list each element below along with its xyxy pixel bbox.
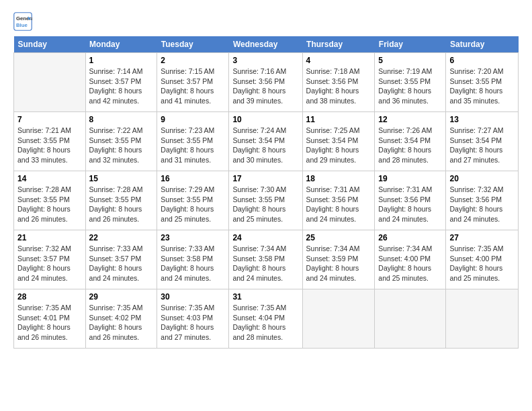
cell-info: Sunrise: 7:35 AMSunset: 4:00 PMDaylight:… xyxy=(449,244,515,283)
day-header-tuesday: Tuesday xyxy=(157,36,229,53)
calendar-cell: 1Sunrise: 7:14 AMSunset: 3:57 PMDaylight… xyxy=(85,53,157,112)
calendar-cell: 27Sunrise: 7:35 AMSunset: 4:00 PMDayligh… xyxy=(446,230,519,289)
calendar-cell: 22Sunrise: 7:33 AMSunset: 3:57 PMDayligh… xyxy=(85,230,157,289)
day-number: 21 xyxy=(17,233,82,242)
cell-info: Sunrise: 7:32 AMSunset: 3:56 PMDaylight:… xyxy=(449,185,515,224)
day-number: 1 xyxy=(89,56,154,65)
calendar-cell: 2Sunrise: 7:15 AMSunset: 3:57 PMDaylight… xyxy=(157,53,229,112)
cell-info: Sunrise: 7:16 AMSunset: 3:56 PMDaylight:… xyxy=(232,66,298,106)
cell-info: Sunrise: 7:30 AMSunset: 3:55 PMDaylight:… xyxy=(232,185,298,224)
day-number: 26 xyxy=(378,233,442,242)
calendar-cell: 21Sunrise: 7:32 AMSunset: 3:57 PMDayligh… xyxy=(14,230,86,289)
day-header-thursday: Thursday xyxy=(302,36,375,53)
cell-info: Sunrise: 7:31 AMSunset: 3:56 PMDaylight:… xyxy=(378,185,442,224)
cell-info: Sunrise: 7:22 AMSunset: 3:55 PMDaylight:… xyxy=(89,126,154,165)
day-header-friday: Friday xyxy=(375,36,446,53)
day-number: 19 xyxy=(378,174,442,183)
cell-info: Sunrise: 7:28 AMSunset: 3:55 PMDaylight:… xyxy=(17,185,82,224)
day-number: 30 xyxy=(161,292,225,302)
calendar-cell xyxy=(302,289,375,349)
day-number: 5 xyxy=(378,56,442,65)
header-row: SundayMondayTuesdayWednesdayThursdayFrid… xyxy=(14,36,519,53)
cell-info: Sunrise: 7:18 AMSunset: 3:56 PMDaylight:… xyxy=(306,66,371,106)
day-number: 2 xyxy=(161,56,225,65)
calendar-cell: 15Sunrise: 7:28 AMSunset: 3:55 PMDayligh… xyxy=(85,171,157,230)
calendar-cell: 16Sunrise: 7:29 AMSunset: 3:55 PMDayligh… xyxy=(157,171,229,230)
cell-info: Sunrise: 7:33 AMSunset: 3:57 PMDaylight:… xyxy=(89,244,154,283)
cell-info: Sunrise: 7:28 AMSunset: 3:55 PMDaylight:… xyxy=(89,185,154,224)
calendar-cell: 25Sunrise: 7:34 AMSunset: 3:59 PMDayligh… xyxy=(302,230,375,289)
day-number: 6 xyxy=(449,56,515,65)
calendar-cell: 26Sunrise: 7:34 AMSunset: 4:00 PMDayligh… xyxy=(375,230,446,289)
day-number: 29 xyxy=(89,292,154,302)
calendar-cell: 28Sunrise: 7:35 AMSunset: 4:01 PMDayligh… xyxy=(14,289,86,349)
day-header-wednesday: Wednesday xyxy=(229,36,302,53)
cell-info: Sunrise: 7:35 AMSunset: 4:03 PMDaylight:… xyxy=(161,303,225,342)
calendar-cell: 17Sunrise: 7:30 AMSunset: 3:55 PMDayligh… xyxy=(229,171,302,230)
calendar-cell: 18Sunrise: 7:31 AMSunset: 3:56 PMDayligh… xyxy=(302,171,375,230)
day-number: 28 xyxy=(17,292,82,302)
cell-info: Sunrise: 7:20 AMSunset: 3:55 PMDaylight:… xyxy=(449,66,515,106)
day-number: 24 xyxy=(232,233,298,242)
cell-info: Sunrise: 7:33 AMSunset: 3:58 PMDaylight:… xyxy=(161,244,225,283)
cell-info: Sunrise: 7:34 AMSunset: 3:58 PMDaylight:… xyxy=(232,244,298,283)
day-number: 10 xyxy=(232,115,298,124)
cell-info: Sunrise: 7:21 AMSunset: 3:55 PMDaylight:… xyxy=(17,126,82,165)
cell-info: Sunrise: 7:32 AMSunset: 3:57 PMDaylight:… xyxy=(17,244,82,283)
cell-info: Sunrise: 7:14 AMSunset: 3:57 PMDaylight:… xyxy=(89,66,154,106)
day-number: 15 xyxy=(89,174,154,183)
day-number: 7 xyxy=(17,115,82,124)
cell-info: Sunrise: 7:35 AMSunset: 4:02 PMDaylight:… xyxy=(89,303,154,342)
svg-text:Blue: Blue xyxy=(16,22,28,28)
day-header-saturday: Saturday xyxy=(446,36,519,53)
cell-info: Sunrise: 7:19 AMSunset: 3:55 PMDaylight:… xyxy=(378,66,442,106)
calendar-cell: 9Sunrise: 7:23 AMSunset: 3:55 PMDaylight… xyxy=(157,112,229,171)
calendar-cell: 10Sunrise: 7:24 AMSunset: 3:54 PMDayligh… xyxy=(229,112,302,171)
calendar-cell xyxy=(14,53,86,112)
cell-info: Sunrise: 7:26 AMSunset: 3:54 PMDaylight:… xyxy=(378,126,442,165)
cell-info: Sunrise: 7:25 AMSunset: 3:54 PMDaylight:… xyxy=(306,126,371,165)
calendar-cell xyxy=(446,289,519,349)
calendar-cell: 29Sunrise: 7:35 AMSunset: 4:02 PMDayligh… xyxy=(85,289,157,349)
calendar-cell: 13Sunrise: 7:27 AMSunset: 3:54 PMDayligh… xyxy=(446,112,519,171)
day-number: 31 xyxy=(232,292,298,302)
calendar-cell: 20Sunrise: 7:32 AMSunset: 3:56 PMDayligh… xyxy=(446,171,519,230)
calendar-cell: 23Sunrise: 7:33 AMSunset: 3:58 PMDayligh… xyxy=(157,230,229,289)
day-number: 17 xyxy=(232,174,298,183)
week-row-4: 21Sunrise: 7:32 AMSunset: 3:57 PMDayligh… xyxy=(14,230,519,289)
calendar-cell: 14Sunrise: 7:28 AMSunset: 3:55 PMDayligh… xyxy=(14,171,86,230)
calendar-cell xyxy=(375,289,446,349)
day-number: 9 xyxy=(161,115,225,124)
logo-icon: General Blue xyxy=(13,12,32,31)
calendar-table: SundayMondayTuesdayWednesdayThursdayFrid… xyxy=(13,36,519,349)
week-row-2: 7Sunrise: 7:21 AMSunset: 3:55 PMDaylight… xyxy=(14,112,519,171)
cell-info: Sunrise: 7:35 AMSunset: 4:04 PMDaylight:… xyxy=(232,303,298,342)
calendar-cell: 11Sunrise: 7:25 AMSunset: 3:54 PMDayligh… xyxy=(302,112,375,171)
day-number: 18 xyxy=(306,174,371,183)
calendar-cell: 19Sunrise: 7:31 AMSunset: 3:56 PMDayligh… xyxy=(375,171,446,230)
day-number: 25 xyxy=(306,233,371,242)
week-row-1: 1Sunrise: 7:14 AMSunset: 3:57 PMDaylight… xyxy=(14,53,519,112)
day-number: 12 xyxy=(378,115,442,124)
day-header-monday: Monday xyxy=(85,36,157,53)
calendar-cell: 24Sunrise: 7:34 AMSunset: 3:58 PMDayligh… xyxy=(229,230,302,289)
day-number: 3 xyxy=(232,56,298,65)
calendar-cell: 31Sunrise: 7:35 AMSunset: 4:04 PMDayligh… xyxy=(229,289,302,349)
day-number: 16 xyxy=(161,174,225,183)
day-header-sunday: Sunday xyxy=(14,36,86,53)
cell-info: Sunrise: 7:34 AMSunset: 3:59 PMDaylight:… xyxy=(306,244,371,283)
day-number: 23 xyxy=(161,233,225,242)
calendar-cell: 4Sunrise: 7:18 AMSunset: 3:56 PMDaylight… xyxy=(302,53,375,112)
calendar-cell: 12Sunrise: 7:26 AMSunset: 3:54 PMDayligh… xyxy=(375,112,446,171)
day-number: 27 xyxy=(449,233,515,242)
cell-info: Sunrise: 7:23 AMSunset: 3:55 PMDaylight:… xyxy=(161,126,225,165)
cell-info: Sunrise: 7:24 AMSunset: 3:54 PMDaylight:… xyxy=(232,126,298,165)
calendar-cell: 30Sunrise: 7:35 AMSunset: 4:03 PMDayligh… xyxy=(157,289,229,349)
header: General Blue xyxy=(13,12,519,31)
cell-info: Sunrise: 7:29 AMSunset: 3:55 PMDaylight:… xyxy=(161,185,225,224)
day-number: 13 xyxy=(449,115,515,124)
calendar-cell: 3Sunrise: 7:16 AMSunset: 3:56 PMDaylight… xyxy=(229,53,302,112)
cell-info: Sunrise: 7:15 AMSunset: 3:57 PMDaylight:… xyxy=(161,66,225,106)
calendar-cell: 6Sunrise: 7:20 AMSunset: 3:55 PMDaylight… xyxy=(446,53,519,112)
cell-info: Sunrise: 7:31 AMSunset: 3:56 PMDaylight:… xyxy=(306,185,371,224)
